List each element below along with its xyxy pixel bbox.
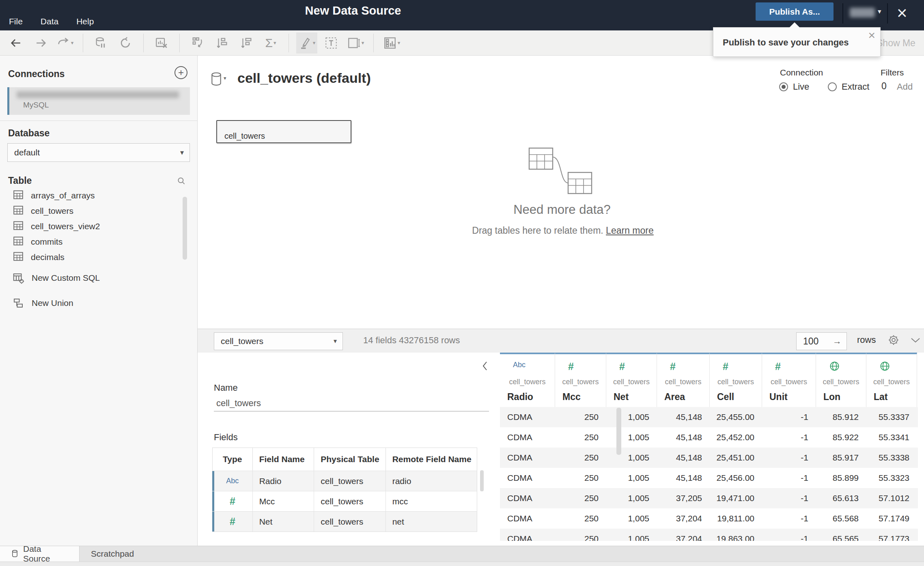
table-item-arrays_of_arrays[interactable]: arrays_of_arrays [0, 188, 198, 203]
table-item-label: cell_towers_view2 [31, 222, 100, 231]
menu-help[interactable]: Help [76, 17, 94, 26]
tooltip-text: Publish to save your changes [723, 37, 849, 48]
learn-more-link[interactable]: Learn more [606, 225, 654, 236]
grid-column-table: cell_towers [555, 378, 606, 386]
highlight-button[interactable]: ▾ [296, 32, 317, 54]
new-custom-sql-button[interactable]: New Custom SQL [0, 270, 198, 286]
totals-button[interactable]: Σ▾ [260, 32, 281, 54]
grid-column-unit[interactable]: # cell_towers Unit [762, 353, 816, 407]
user-menu-caret-icon[interactable]: ▾ [878, 7, 881, 16]
new-union-button[interactable]: New Union [0, 295, 198, 311]
redo-button[interactable] [30, 32, 51, 54]
fields-table: Type Field Name Physical Table Remote Fi… [212, 448, 477, 532]
grid-column-net[interactable]: # cell_towers Net [606, 353, 657, 407]
grid-column-table: cell_towers [710, 378, 762, 386]
table-list: arrays_of_arrays cell_towers cell_towers… [0, 188, 198, 265]
refresh-data-button[interactable] [115, 32, 136, 54]
grid-cell: 45,148 [657, 468, 710, 488]
datasource-caret-icon[interactable]: ▾ [224, 75, 226, 81]
table-item-cell_towers[interactable]: cell_towers [0, 203, 198, 219]
publish-as-button[interactable]: Publish As... [756, 2, 834, 21]
database-select[interactable]: default ▾ [7, 143, 190, 162]
table-item-label: commits [31, 237, 62, 247]
number-type-icon: # [619, 361, 625, 372]
live-radio[interactable]: Live [779, 82, 809, 92]
grid-row: CDMA2501,00537,20519,471.00-165.61357.10… [500, 488, 918, 508]
row-limit-input[interactable]: 100 → [796, 332, 847, 350]
grid-column-name: Net [614, 392, 629, 402]
window-close-icon[interactable]: × [897, 1, 907, 25]
grid-settings-gear-icon[interactable] [887, 334, 900, 348]
grid-cell: CDMA [500, 488, 555, 508]
grid-cell: 37,205 [657, 488, 710, 508]
grid-cell: CDMA [500, 407, 555, 427]
grid-cell: 65.565 [816, 529, 866, 541]
grid-cell: CDMA [500, 468, 555, 488]
connection-item[interactable]: MySQL [7, 87, 190, 115]
user-avatar-blurred[interactable] [850, 8, 875, 17]
grid-column-mcc[interactable]: # cell_towers Mcc [555, 353, 606, 407]
menu-file[interactable]: File [9, 17, 23, 26]
collapse-metadata-chevron-icon[interactable] [482, 361, 488, 373]
filters-add-button[interactable]: Add [897, 82, 913, 92]
empty-state-text: Drag tables here to relate them. Learn m… [401, 225, 725, 236]
fit-caret-icon: ▾ [362, 40, 364, 46]
swap-axes-button[interactable] [187, 32, 208, 54]
sort-descending-button[interactable] [236, 32, 257, 54]
collapse-preview-chevron-icon[interactable] [910, 337, 921, 345]
highlight-caret-icon: ▾ [313, 40, 316, 46]
datasource-icon[interactable] [210, 72, 223, 89]
grid-cell: 25,452.00 [710, 427, 762, 448]
annotation-button[interactable] [321, 32, 342, 54]
grid-column-name: Lon [823, 392, 840, 402]
show-cards-button[interactable]: ▾ [381, 32, 402, 54]
pause-updates-button[interactable] [90, 32, 112, 54]
string-type-icon: Abc [213, 471, 253, 491]
table-item-label: arrays_of_arrays [31, 191, 95, 200]
table-search-icon[interactable] [176, 176, 187, 188]
grid-column-lat[interactable]: cell_towers Lat [866, 353, 917, 407]
name-input[interactable]: cell_towers [216, 398, 261, 409]
apply-row-limit-icon[interactable]: → [833, 333, 842, 350]
number-type-icon: # [723, 361, 728, 372]
grid-column-radio[interactable]: Abc cell_towers Radio [500, 353, 555, 407]
grid-column-lon[interactable]: cell_towers Lon [816, 353, 866, 407]
application-window: File Data Help New Data Source Publish A… [0, 0, 924, 566]
grid-row: CDMA2501,00545,14825,452.00-185.92255.33… [500, 427, 918, 448]
replay-button[interactable]: ▾ [54, 32, 75, 54]
sort-ascending-button[interactable] [211, 32, 233, 54]
show-me-label[interactable]: Show Me [877, 38, 915, 49]
grid-cell: 1,005 [606, 468, 657, 488]
field-row-radio[interactable]: Abc Radio cell_towers radio [213, 471, 477, 491]
tab-data-source[interactable]: Data Source [0, 546, 80, 562]
grid-cell: 65.568 [816, 508, 866, 529]
grid-vertical-scrollbar[interactable] [616, 408, 621, 455]
undo-button[interactable] [6, 32, 27, 54]
fields-col-physical-table: Physical Table [314, 448, 386, 471]
grid-column-area[interactable]: # cell_towers Area [657, 353, 710, 407]
tab-scratchpad[interactable]: Scratchpad [80, 546, 145, 562]
canvas-table-chip[interactable]: cell_towers [216, 120, 351, 143]
fields-table-scrollbar[interactable] [480, 470, 484, 491]
grid-column-cell[interactable]: # cell_towers Cell [710, 353, 762, 407]
tooltip-close-icon[interactable]: × [868, 28, 875, 42]
grid-cell: 1,005 [606, 508, 657, 529]
grid-cell: CDMA [500, 529, 555, 541]
new-union-label: New Union [32, 298, 73, 308]
fit-button[interactable]: ▾ [345, 32, 366, 54]
add-connection-button[interactable]: + [174, 66, 187, 79]
fields-rows-summary: 14 fields 43276158 rows [363, 335, 460, 346]
clear-sheet-button[interactable] [151, 32, 172, 54]
table-item-commits[interactable]: commits [0, 234, 198, 250]
empty-state-sentence: Drag tables here to relate them. [472, 225, 606, 236]
preview-table-select[interactable]: cell_towers ▾ [214, 332, 343, 350]
remote-field-name-cell: radio [386, 471, 477, 491]
field-row-mcc[interactable]: # Mcc cell_towers mcc [213, 491, 477, 511]
table-item-decimals[interactable]: decimals [0, 250, 198, 265]
field-row-net[interactable]: # Net cell_towers net [213, 511, 477, 532]
menu-data[interactable]: Data [41, 17, 58, 26]
extract-radio[interactable]: Extract [828, 82, 869, 92]
table-list-scrollbar[interactable] [183, 197, 187, 260]
table-icon [13, 205, 24, 217]
table-item-cell_towers_view2[interactable]: cell_towers_view2 [0, 219, 198, 234]
